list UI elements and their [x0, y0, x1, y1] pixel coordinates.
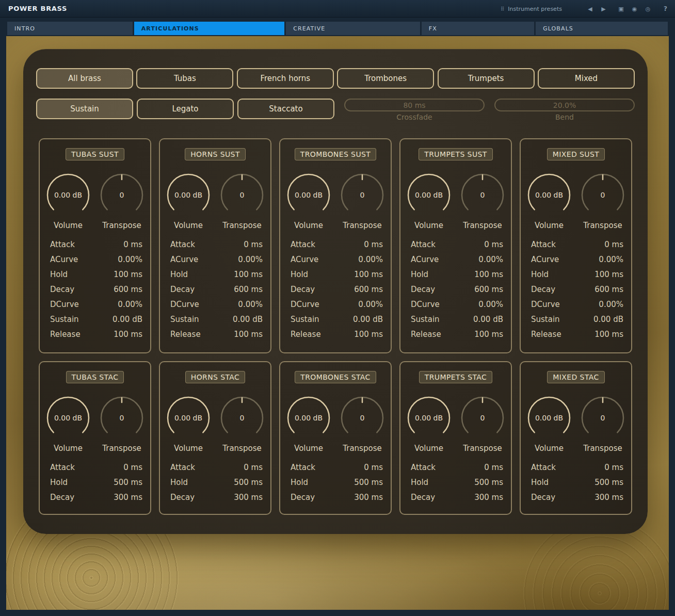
tab-globals[interactable]: GLOBALS: [536, 22, 668, 35]
param-value[interactable]: 300 ms: [234, 493, 263, 502]
param-value[interactable]: 100 ms: [234, 270, 263, 279]
param-value[interactable]: 100 ms: [594, 330, 623, 339]
param-value[interactable]: 100 ms: [594, 270, 623, 279]
transpose-knob-dial[interactable]: 0: [581, 396, 625, 440]
transpose-knob[interactable]: 0Transpose: [220, 396, 264, 453]
volume-knob-dial[interactable]: 0.00 dB: [46, 396, 90, 440]
param-value[interactable]: 600 ms: [354, 285, 383, 294]
param-value[interactable]: 100 ms: [114, 270, 142, 279]
volume-knob-dial[interactable]: 0.00 dB: [286, 173, 331, 217]
volume-knob[interactable]: 0.00 dBVolume: [286, 396, 331, 453]
param-value[interactable]: 100 ms: [474, 330, 503, 339]
eye-icon[interactable]: ◉: [630, 6, 639, 12]
volume-knob-dial[interactable]: 0.00 dB: [527, 396, 571, 440]
volume-knob-dial[interactable]: 0.00 dB: [527, 173, 571, 217]
transpose-knob[interactable]: 0Transpose: [220, 173, 264, 230]
param-value[interactable]: 300 ms: [474, 493, 503, 502]
instrument-button-french-horns[interactable]: French horns: [237, 68, 334, 89]
param-value[interactable]: 0 ms: [604, 240, 623, 249]
volume-knob-dial[interactable]: 0.00 dB: [166, 173, 211, 217]
instrument-button-mixed[interactable]: Mixed: [538, 68, 635, 89]
param-value[interactable]: 0.00 dB: [353, 315, 383, 324]
volume-knob-dial[interactable]: 0.00 dB: [407, 396, 451, 440]
param-value[interactable]: 100 ms: [354, 270, 383, 279]
param-value[interactable]: 0 ms: [244, 463, 263, 472]
param-value[interactable]: 0 ms: [364, 240, 383, 249]
param-value[interactable]: 500 ms: [594, 478, 623, 487]
param-value[interactable]: 0.00%: [358, 255, 383, 264]
crossfade-slider[interactable]: 80 ms Crossfade: [344, 99, 485, 121]
volume-knob[interactable]: 0.00 dBVolume: [527, 396, 571, 453]
volume-knob[interactable]: 0.00 dBVolume: [407, 173, 451, 230]
volume-knob[interactable]: 0.00 dBVolume: [46, 173, 90, 230]
param-value[interactable]: 0 ms: [484, 463, 503, 472]
transpose-knob[interactable]: 0Transpose: [340, 396, 384, 453]
prev-preset-icon[interactable]: ◀: [586, 6, 594, 12]
param-value[interactable]: 600 ms: [234, 285, 263, 294]
param-value[interactable]: 100 ms: [234, 330, 263, 339]
instrument-button-all-brass[interactable]: All brass: [36, 68, 133, 89]
transpose-knob-dial[interactable]: 0: [220, 396, 264, 440]
param-value[interactable]: 300 ms: [354, 493, 383, 502]
transpose-knob-dial[interactable]: 0: [340, 173, 384, 217]
param-value[interactable]: 0 ms: [364, 463, 383, 472]
tab-fx[interactable]: FX: [422, 22, 534, 35]
param-value[interactable]: 0.00%: [118, 300, 142, 309]
volume-knob-dial[interactable]: 0.00 dB: [407, 173, 451, 217]
transpose-knob[interactable]: 0Transpose: [100, 173, 144, 230]
param-value[interactable]: 100 ms: [354, 330, 383, 339]
instrument-button-tubas[interactable]: Tubas: [136, 68, 233, 89]
instrument-presets-button[interactable]: ⠿ Instrument presets: [501, 0, 562, 18]
tab-creative[interactable]: CREATIVE: [286, 22, 420, 35]
param-value[interactable]: 0 ms: [123, 240, 142, 249]
transpose-knob-dial[interactable]: 0: [460, 396, 505, 440]
param-value[interactable]: 0 ms: [123, 463, 142, 472]
param-value[interactable]: 0.00%: [238, 255, 263, 264]
bend-slider[interactable]: 20.0% Bend: [494, 99, 635, 121]
param-value[interactable]: 300 ms: [114, 493, 142, 502]
param-value[interactable]: 500 ms: [234, 478, 263, 487]
param-value[interactable]: 0.00%: [599, 300, 623, 309]
transpose-knob[interactable]: 0Transpose: [581, 396, 625, 453]
param-value[interactable]: 0.00%: [599, 255, 623, 264]
param-value[interactable]: 100 ms: [114, 330, 142, 339]
bend-value[interactable]: 20.0%: [494, 99, 635, 111]
param-value[interactable]: 600 ms: [474, 285, 503, 294]
param-value[interactable]: 0 ms: [604, 463, 623, 472]
param-value[interactable]: 0.00%: [358, 300, 383, 309]
tab-intro[interactable]: INTRO: [7, 22, 133, 35]
transpose-knob-dial[interactable]: 0: [100, 173, 144, 217]
volume-knob[interactable]: 0.00 dBVolume: [527, 173, 571, 230]
next-preset-icon[interactable]: ▶: [599, 6, 608, 12]
transpose-knob-dial[interactable]: 0: [100, 396, 144, 440]
transpose-knob[interactable]: 0Transpose: [340, 173, 384, 230]
tab-articulations[interactable]: ARTICULATIONS: [134, 22, 284, 35]
transpose-knob[interactable]: 0Transpose: [460, 173, 505, 230]
mode-button-sustain[interactable]: Sustain: [36, 99, 133, 119]
param-value[interactable]: 500 ms: [114, 478, 142, 487]
volume-knob-dial[interactable]: 0.00 dB: [46, 173, 90, 217]
volume-knob[interactable]: 0.00 dBVolume: [286, 173, 331, 230]
param-value[interactable]: 500 ms: [474, 478, 503, 487]
param-value[interactable]: 0.00%: [478, 300, 503, 309]
instrument-button-trumpets[interactable]: Trumpets: [438, 68, 535, 89]
param-value[interactable]: 0.00 dB: [112, 315, 142, 324]
transpose-knob[interactable]: 0Transpose: [460, 396, 505, 453]
param-value[interactable]: 0 ms: [484, 240, 503, 249]
transpose-knob-dial[interactable]: 0: [460, 173, 505, 217]
transpose-knob[interactable]: 0Transpose: [100, 396, 144, 453]
crossfade-value[interactable]: 80 ms: [344, 99, 485, 111]
volume-knob[interactable]: 0.00 dBVolume: [407, 396, 451, 453]
param-value[interactable]: 500 ms: [354, 478, 383, 487]
volume-knob[interactable]: 0.00 dBVolume: [166, 173, 211, 230]
instrument-button-trombones[interactable]: Trombones: [337, 68, 434, 89]
param-value[interactable]: 0.00 dB: [473, 315, 503, 324]
mode-button-legato[interactable]: Legato: [137, 99, 234, 119]
help-icon[interactable]: ?: [661, 5, 670, 12]
volume-knob[interactable]: 0.00 dBVolume: [166, 396, 211, 453]
param-value[interactable]: 600 ms: [114, 285, 142, 294]
param-value[interactable]: 0.00 dB: [233, 315, 263, 324]
param-value[interactable]: 0.00 dB: [593, 315, 623, 324]
param-value[interactable]: 0.00%: [118, 255, 142, 264]
window-icon[interactable]: ▣: [617, 6, 625, 12]
